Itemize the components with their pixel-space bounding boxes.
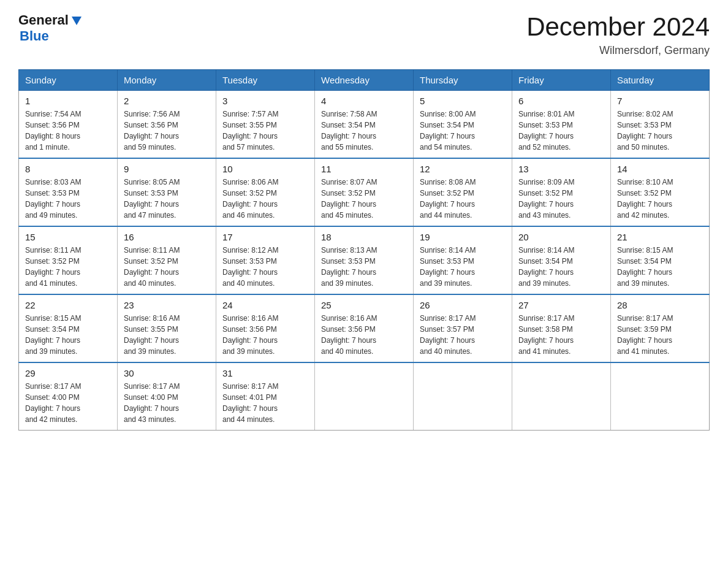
weekday-header-cell: Sunday (19, 70, 118, 91)
day-number: 19 (420, 232, 506, 242)
calendar-day-cell (414, 362, 512, 431)
day-info: Sunrise: 8:15 AMSunset: 3:54 PMDaylight:… (25, 313, 111, 357)
calendar-day-cell: 9Sunrise: 8:05 AMSunset: 3:53 PMDaylight… (118, 158, 216, 226)
day-info: Sunrise: 8:17 AMSunset: 3:57 PMDaylight:… (420, 313, 506, 357)
day-info: Sunrise: 8:17 AMSunset: 4:01 PMDaylight:… (222, 381, 308, 425)
calendar-day-cell: 29Sunrise: 8:17 AMSunset: 4:00 PMDayligh… (19, 362, 118, 431)
day-info: Sunrise: 8:07 AMSunset: 3:52 PMDaylight:… (321, 177, 407, 221)
calendar-week-row: 22Sunrise: 8:15 AMSunset: 3:54 PMDayligh… (19, 294, 710, 362)
day-info: Sunrise: 7:57 AMSunset: 3:55 PMDaylight:… (222, 109, 308, 153)
day-info: Sunrise: 8:16 AMSunset: 3:55 PMDaylight:… (124, 313, 210, 357)
day-number: 27 (518, 300, 604, 310)
calendar-day-cell: 23Sunrise: 8:16 AMSunset: 3:55 PMDayligh… (118, 294, 216, 362)
calendar-day-cell: 11Sunrise: 8:07 AMSunset: 3:52 PMDayligh… (315, 158, 414, 226)
day-info: Sunrise: 8:00 AMSunset: 3:54 PMDaylight:… (420, 109, 506, 153)
day-info: Sunrise: 8:16 AMSunset: 3:56 PMDaylight:… (321, 313, 407, 357)
month-year: December 2024 (526, 12, 710, 42)
day-number: 11 (321, 164, 407, 174)
day-number: 1 (25, 96, 111, 106)
day-info: Sunrise: 8:08 AMSunset: 3:52 PMDaylight:… (420, 177, 506, 221)
calendar-day-cell: 14Sunrise: 8:10 AMSunset: 3:52 PMDayligh… (611, 158, 710, 226)
calendar-day-cell (611, 362, 710, 431)
day-info: Sunrise: 8:13 AMSunset: 3:53 PMDaylight:… (321, 245, 407, 289)
day-info: Sunrise: 8:17 AMSunset: 3:58 PMDaylight:… (518, 313, 604, 357)
weekday-header-cell: Friday (512, 70, 611, 91)
calendar-day-cell: 24Sunrise: 8:16 AMSunset: 3:56 PMDayligh… (216, 294, 315, 362)
logo-triangle-icon (70, 14, 83, 28)
day-number: 23 (124, 300, 210, 310)
calendar-day-cell: 3Sunrise: 7:57 AMSunset: 3:55 PMDaylight… (216, 91, 315, 159)
calendar-day-cell: 16Sunrise: 8:11 AMSunset: 3:52 PMDayligh… (118, 226, 216, 294)
day-info: Sunrise: 8:11 AMSunset: 3:52 PMDaylight:… (124, 245, 210, 289)
day-number: 30 (124, 368, 210, 378)
calendar-day-cell: 20Sunrise: 8:14 AMSunset: 3:54 PMDayligh… (512, 226, 611, 294)
weekday-header-cell: Wednesday (315, 70, 414, 91)
day-number: 20 (518, 232, 604, 242)
calendar-day-cell (315, 362, 414, 431)
day-info: Sunrise: 8:17 AMSunset: 4:00 PMDaylight:… (25, 381, 111, 425)
calendar-week-row: 1Sunrise: 7:54 AMSunset: 3:56 PMDaylight… (19, 91, 710, 159)
day-info: Sunrise: 8:09 AMSunset: 3:52 PMDaylight:… (518, 177, 604, 221)
day-number: 17 (222, 232, 308, 242)
day-info: Sunrise: 8:01 AMSunset: 3:53 PMDaylight:… (518, 109, 604, 153)
day-number: 3 (222, 96, 308, 106)
day-info: Sunrise: 7:54 AMSunset: 3:56 PMDaylight:… (25, 109, 111, 153)
day-info: Sunrise: 8:11 AMSunset: 3:52 PMDaylight:… (25, 245, 111, 289)
day-info: Sunrise: 8:15 AMSunset: 3:54 PMDaylight:… (617, 245, 703, 289)
day-number: 26 (420, 300, 506, 310)
calendar-day-cell: 19Sunrise: 8:14 AMSunset: 3:53 PMDayligh… (414, 226, 512, 294)
day-number: 24 (222, 300, 308, 310)
day-info: Sunrise: 8:06 AMSunset: 3:52 PMDaylight:… (222, 177, 308, 221)
day-number: 2 (124, 96, 210, 106)
calendar-day-cell: 30Sunrise: 8:17 AMSunset: 4:00 PMDayligh… (118, 362, 216, 431)
day-info: Sunrise: 8:17 AMSunset: 4:00 PMDaylight:… (124, 381, 210, 425)
day-info: Sunrise: 8:03 AMSunset: 3:53 PMDaylight:… (25, 177, 111, 221)
day-info: Sunrise: 7:56 AMSunset: 3:56 PMDaylight:… (124, 109, 210, 153)
day-number: 4 (321, 96, 407, 106)
title-block: December 2024 Wilmersdorf, Germany (526, 12, 710, 57)
logo-general-text: General (18, 12, 69, 28)
calendar-day-cell: 18Sunrise: 8:13 AMSunset: 3:53 PMDayligh… (315, 226, 414, 294)
calendar-day-cell: 4Sunrise: 7:58 AMSunset: 3:54 PMDaylight… (315, 91, 414, 159)
day-number: 14 (617, 164, 703, 174)
calendar-week-row: 8Sunrise: 8:03 AMSunset: 3:53 PMDaylight… (19, 158, 710, 226)
calendar-body: 1Sunrise: 7:54 AMSunset: 3:56 PMDaylight… (19, 91, 710, 431)
weekday-header-cell: Saturday (611, 70, 710, 91)
logo-blue-text: Blue (20, 28, 49, 44)
day-number: 28 (617, 300, 703, 310)
day-info: Sunrise: 8:12 AMSunset: 3:53 PMDaylight:… (222, 245, 308, 289)
day-number: 9 (124, 164, 210, 174)
day-info: Sunrise: 8:10 AMSunset: 3:52 PMDaylight:… (617, 177, 703, 221)
day-number: 25 (321, 300, 407, 310)
day-number: 15 (25, 232, 111, 242)
calendar-day-cell: 2Sunrise: 7:56 AMSunset: 3:56 PMDaylight… (118, 91, 216, 159)
svg-marker-0 (72, 17, 82, 25)
weekday-header-row: SundayMondayTuesdayWednesdayThursdayFrid… (19, 70, 710, 91)
calendar-day-cell: 1Sunrise: 7:54 AMSunset: 3:56 PMDaylight… (19, 91, 118, 159)
day-number: 8 (25, 164, 111, 174)
calendar-day-cell: 21Sunrise: 8:15 AMSunset: 3:54 PMDayligh… (611, 226, 710, 294)
calendar-day-cell: 10Sunrise: 8:06 AMSunset: 3:52 PMDayligh… (216, 158, 315, 226)
day-number: 21 (617, 232, 703, 242)
day-number: 31 (222, 368, 308, 378)
day-number: 13 (518, 164, 604, 174)
calendar-day-cell: 6Sunrise: 8:01 AMSunset: 3:53 PMDaylight… (512, 91, 611, 159)
day-number: 7 (617, 96, 703, 106)
day-info: Sunrise: 8:17 AMSunset: 3:59 PMDaylight:… (617, 313, 703, 357)
weekday-header-cell: Monday (118, 70, 216, 91)
calendar-table: SundayMondayTuesdayWednesdayThursdayFrid… (18, 69, 710, 431)
logo: General Blue (18, 12, 83, 44)
day-info: Sunrise: 8:16 AMSunset: 3:56 PMDaylight:… (222, 313, 308, 357)
day-info: Sunrise: 8:02 AMSunset: 3:53 PMDaylight:… (617, 109, 703, 153)
logo-icon: General Blue (18, 12, 83, 44)
day-info: Sunrise: 8:14 AMSunset: 3:53 PMDaylight:… (420, 245, 506, 289)
day-number: 6 (518, 96, 604, 106)
day-number: 5 (420, 96, 506, 106)
calendar-day-cell: 27Sunrise: 8:17 AMSunset: 3:58 PMDayligh… (512, 294, 611, 362)
logo-row1: General (18, 12, 83, 28)
weekday-header-cell: Thursday (414, 70, 512, 91)
calendar-week-row: 29Sunrise: 8:17 AMSunset: 4:00 PMDayligh… (19, 362, 710, 431)
calendar-day-cell: 5Sunrise: 8:00 AMSunset: 3:54 PMDaylight… (414, 91, 512, 159)
calendar-day-cell: 13Sunrise: 8:09 AMSunset: 3:52 PMDayligh… (512, 158, 611, 226)
day-number: 29 (25, 368, 111, 378)
